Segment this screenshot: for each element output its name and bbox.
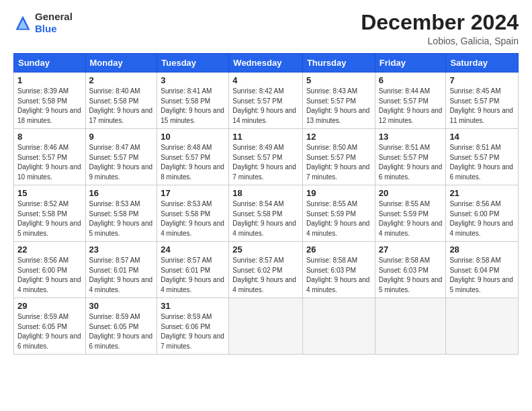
day-number: 19 — [306, 188, 371, 198]
calendar-cell: 3Sunrise: 8:41 AMSunset: 5:58 PMDaylight… — [157, 73, 229, 129]
calendar-week-5: 29Sunrise: 8:59 AMSunset: 6:05 PMDayligh… — [14, 298, 519, 355]
calendar-cell: 25Sunrise: 8:57 AMSunset: 6:02 PMDayligh… — [229, 242, 303, 298]
calendar-cell: 4Sunrise: 8:42 AMSunset: 5:57 PMDaylight… — [229, 73, 303, 129]
calendar-cell: 23Sunrise: 8:57 AMSunset: 6:01 PMDayligh… — [85, 242, 157, 298]
calendar-cell: 28Sunrise: 8:58 AMSunset: 6:04 PMDayligh… — [446, 242, 519, 298]
day-number: 17 — [161, 188, 225, 198]
day-number: 14 — [449, 132, 515, 142]
day-number: 25 — [232, 244, 299, 255]
calendar-cell — [302, 298, 375, 355]
logo: General Blue — [13, 11, 73, 35]
day-info: Sunrise: 8:56 AMSunset: 6:00 PMDaylight:… — [449, 199, 515, 238]
day-info: Sunrise: 8:55 AMSunset: 5:59 PMDaylight:… — [306, 199, 371, 238]
day-info: Sunrise: 8:51 AMSunset: 5:57 PMDaylight:… — [379, 143, 443, 182]
calendar-cell — [375, 298, 446, 355]
day-info: Sunrise: 8:49 AMSunset: 5:57 PMDaylight:… — [232, 143, 299, 182]
day-info: Sunrise: 8:45 AMSunset: 5:57 PMDaylight:… — [449, 87, 515, 126]
day-info: Sunrise: 8:44 AMSunset: 5:57 PMDaylight:… — [379, 87, 443, 126]
day-number: 24 — [161, 244, 225, 255]
day-number: 28 — [449, 244, 515, 255]
day-info: Sunrise: 8:54 AMSunset: 5:58 PMDaylight:… — [232, 199, 299, 238]
day-number: 6 — [379, 75, 443, 85]
calendar-cell: 6Sunrise: 8:44 AMSunset: 5:57 PMDaylight… — [375, 73, 446, 129]
calendar-cell: 18Sunrise: 8:54 AMSunset: 5:58 PMDayligh… — [229, 185, 303, 242]
day-number: 10 — [161, 132, 225, 142]
calendar-cell: 22Sunrise: 8:56 AMSunset: 6:00 PMDayligh… — [14, 242, 86, 298]
day-info: Sunrise: 8:42 AMSunset: 5:57 PMDaylight:… — [232, 87, 299, 126]
day-info: Sunrise: 8:52 AMSunset: 5:58 PMDaylight:… — [17, 199, 82, 238]
calendar-week-1: 1Sunrise: 8:39 AMSunset: 5:58 PMDaylight… — [14, 73, 519, 129]
day-number: 21 — [449, 188, 515, 198]
day-number: 13 — [379, 132, 443, 142]
day-info: Sunrise: 8:58 AMSunset: 6:03 PMDaylight:… — [379, 256, 443, 295]
calendar-week-4: 22Sunrise: 8:56 AMSunset: 6:00 PMDayligh… — [14, 242, 519, 298]
day-info: Sunrise: 8:57 AMSunset: 6:01 PMDaylight:… — [161, 256, 225, 295]
day-info: Sunrise: 8:50 AMSunset: 5:57 PMDaylight:… — [306, 143, 371, 182]
day-info: Sunrise: 8:58 AMSunset: 6:04 PMDaylight:… — [449, 256, 515, 295]
weekday-header-wednesday: Wednesday — [229, 54, 303, 73]
calendar-cell: 20Sunrise: 8:55 AMSunset: 5:59 PMDayligh… — [375, 185, 446, 242]
calendar-table: SundayMondayTuesdayWednesdayThursdayFrid… — [13, 53, 519, 355]
day-number: 31 — [161, 301, 225, 311]
calendar-cell: 27Sunrise: 8:58 AMSunset: 6:03 PMDayligh… — [375, 242, 446, 298]
day-info: Sunrise: 8:46 AMSunset: 5:57 PMDaylight:… — [17, 143, 82, 182]
weekday-header-saturday: Saturday — [446, 54, 519, 73]
calendar-cell: 9Sunrise: 8:47 AMSunset: 5:57 PMDaylight… — [85, 129, 157, 185]
day-info: Sunrise: 8:55 AMSunset: 5:59 PMDaylight:… — [379, 199, 443, 238]
calendar-cell: 30Sunrise: 8:59 AMSunset: 6:05 PMDayligh… — [85, 298, 157, 355]
day-number: 1 — [17, 75, 82, 85]
day-number: 9 — [89, 132, 154, 142]
day-info: Sunrise: 8:43 AMSunset: 5:57 PMDaylight:… — [306, 87, 371, 126]
day-number: 4 — [232, 75, 299, 85]
day-info: Sunrise: 8:58 AMSunset: 6:03 PMDaylight:… — [306, 256, 371, 295]
day-number: 23 — [89, 244, 154, 255]
day-info: Sunrise: 8:59 AMSunset: 6:06 PMDaylight:… — [161, 312, 225, 351]
day-number: 11 — [232, 132, 299, 142]
logo-text: General Blue — [35, 11, 73, 35]
weekday-header-sunday: Sunday — [14, 54, 86, 73]
day-info: Sunrise: 8:57 AMSunset: 6:02 PMDaylight:… — [232, 256, 299, 295]
weekday-header-friday: Friday — [375, 54, 446, 73]
logo-blue: Blue — [35, 23, 73, 35]
day-number: 8 — [17, 132, 82, 142]
day-number: 20 — [379, 188, 443, 198]
calendar-week-3: 15Sunrise: 8:52 AMSunset: 5:58 PMDayligh… — [14, 185, 519, 242]
calendar-cell: 1Sunrise: 8:39 AMSunset: 5:58 PMDaylight… — [14, 73, 86, 129]
day-info: Sunrise: 8:59 AMSunset: 6:05 PMDaylight:… — [17, 312, 82, 351]
calendar-cell: 19Sunrise: 8:55 AMSunset: 5:59 PMDayligh… — [302, 185, 375, 242]
calendar-cell: 29Sunrise: 8:59 AMSunset: 6:05 PMDayligh… — [14, 298, 86, 355]
day-number: 30 — [89, 301, 154, 311]
day-number: 2 — [89, 75, 154, 85]
calendar-cell: 24Sunrise: 8:57 AMSunset: 6:01 PMDayligh… — [157, 242, 229, 298]
weekday-header-tuesday: Tuesday — [157, 54, 229, 73]
month-title: December 2024 — [361, 11, 519, 34]
day-info: Sunrise: 8:41 AMSunset: 5:58 PMDaylight:… — [161, 87, 225, 126]
day-info: Sunrise: 8:48 AMSunset: 5:57 PMDaylight:… — [161, 143, 225, 182]
day-info: Sunrise: 8:51 AMSunset: 5:57 PMDaylight:… — [449, 143, 515, 182]
logo-general: General — [35, 11, 73, 23]
day-number: 22 — [17, 244, 82, 255]
page: General Blue December 2024 Lobios, Galic… — [0, 0, 532, 411]
calendar-cell: 2Sunrise: 8:40 AMSunset: 5:58 PMDaylight… — [85, 73, 157, 129]
day-number: 12 — [306, 132, 371, 142]
calendar-cell: 8Sunrise: 8:46 AMSunset: 5:57 PMDaylight… — [14, 129, 86, 185]
day-number: 27 — [379, 244, 443, 255]
location-subtitle: Lobios, Galicia, Spain — [361, 36, 519, 46]
day-number: 3 — [161, 75, 225, 85]
header: General Blue December 2024 Lobios, Galic… — [13, 11, 519, 46]
calendar-cell: 10Sunrise: 8:48 AMSunset: 5:57 PMDayligh… — [157, 129, 229, 185]
day-number: 7 — [449, 75, 515, 85]
day-info: Sunrise: 8:56 AMSunset: 6:00 PMDaylight:… — [17, 256, 82, 295]
day-number: 26 — [306, 244, 371, 255]
calendar-cell: 12Sunrise: 8:50 AMSunset: 5:57 PMDayligh… — [302, 129, 375, 185]
calendar-week-2: 8Sunrise: 8:46 AMSunset: 5:57 PMDaylight… — [14, 129, 519, 185]
logo-icon — [13, 13, 32, 32]
day-number: 16 — [89, 188, 154, 198]
day-info: Sunrise: 8:39 AMSunset: 5:58 PMDaylight:… — [17, 87, 82, 126]
calendar-cell: 14Sunrise: 8:51 AMSunset: 5:57 PMDayligh… — [446, 129, 519, 185]
calendar-cell: 16Sunrise: 8:53 AMSunset: 5:58 PMDayligh… — [85, 185, 157, 242]
day-number: 18 — [232, 188, 299, 198]
calendar-cell: 5Sunrise: 8:43 AMSunset: 5:57 PMDaylight… — [302, 73, 375, 129]
day-number: 29 — [17, 301, 82, 311]
calendar-cell: 11Sunrise: 8:49 AMSunset: 5:57 PMDayligh… — [229, 129, 303, 185]
